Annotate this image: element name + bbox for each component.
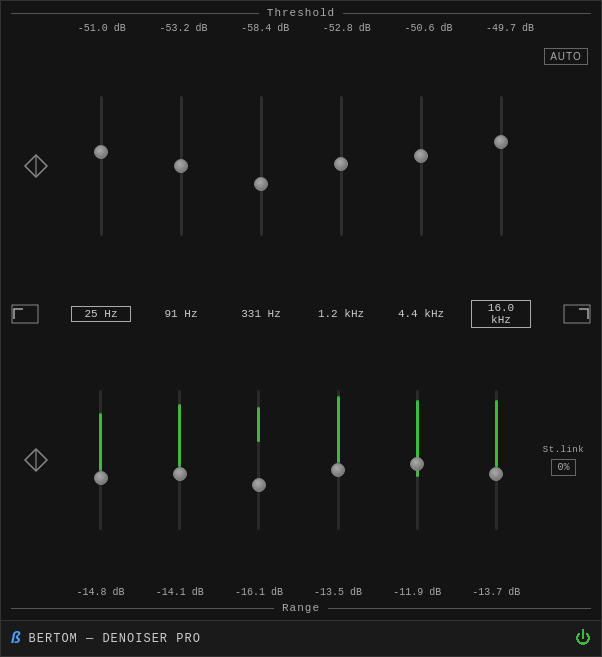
- range-label: Range: [274, 602, 328, 614]
- threshold-label: Threshold: [259, 7, 343, 19]
- auto-button[interactable]: AUTO: [544, 48, 588, 65]
- threshold-db-5: -49.7 dB: [480, 23, 540, 34]
- range-section: St.link 0% -14.8 dB -14.1 dB -16.1 dB -1…: [11, 334, 591, 621]
- stlink-value[interactable]: 0%: [551, 459, 575, 476]
- range-slider-2[interactable]: [249, 390, 269, 530]
- threshold-slider-3[interactable]: [331, 96, 351, 236]
- freq-left-spacer: [11, 304, 61, 324]
- highpass-filter-icon[interactable]: [11, 304, 39, 324]
- threshold-slider-2[interactable]: [251, 96, 271, 236]
- freq-label-0[interactable]: 25 Hz: [71, 306, 131, 322]
- plugin-container: Threshold -51.0 dB -53.2 dB -58.4 dB -52…: [0, 0, 602, 657]
- threshold-left-icon-col: [11, 38, 61, 294]
- threshold-slider-0[interactable]: [91, 96, 111, 236]
- threshold-db-2: -58.4 dB: [235, 23, 295, 34]
- freq-label-5[interactable]: 16.0 kHz: [471, 300, 531, 328]
- frequency-row: 25 Hz 91 Hz 331 Hz 1.2 kHz 4.4 kHz 16.0 …: [11, 294, 591, 334]
- lowpass-filter-icon[interactable]: [563, 304, 591, 324]
- threshold-db-row: -51.0 dB -53.2 dB -58.4 dB -52.8 dB -50.…: [11, 23, 591, 34]
- threshold-db-0: -51.0 dB: [72, 23, 132, 34]
- threshold-diamond-icon: [22, 152, 50, 180]
- brand-name: BERTOM — DENOISER PRO: [29, 632, 201, 646]
- range-line-right: [328, 608, 591, 609]
- range-db-1: -14.1 dB: [150, 587, 210, 598]
- threshold-slider-5[interactable]: [491, 96, 511, 236]
- range-db-2: -16.1 dB: [229, 587, 289, 598]
- range-db-4: -11.9 dB: [387, 587, 447, 598]
- range-slider-3[interactable]: [328, 390, 348, 530]
- range-left-icon-col: [11, 334, 61, 588]
- threshold-db-1: -53.2 dB: [153, 23, 213, 34]
- range-db-5: -13.7 dB: [466, 587, 526, 598]
- freq-label-4[interactable]: 4.4 kHz: [391, 308, 451, 320]
- range-db-row: -14.8 dB -14.1 dB -16.1 dB -13.5 dB -11.…: [11, 587, 591, 598]
- brand-icon: ß: [11, 630, 21, 648]
- freq-right-spacer: [541, 304, 591, 324]
- threshold-section: Threshold -51.0 dB -53.2 dB -58.4 dB -52…: [11, 1, 591, 294]
- freq-label-2[interactable]: 331 Hz: [231, 308, 291, 320]
- range-slider-0[interactable]: [91, 390, 111, 530]
- range-diamond-icon: [22, 446, 50, 474]
- stlink-label: St.link: [543, 445, 584, 455]
- range-slider-5[interactable]: [486, 390, 506, 530]
- threshold-slider-4[interactable]: [411, 96, 431, 236]
- range-db-0: -14.8 dB: [71, 587, 131, 598]
- threshold-line-right: [343, 13, 591, 14]
- threshold-sliders-row: AUTO: [11, 38, 591, 294]
- freq-label-1[interactable]: 91 Hz: [151, 308, 211, 320]
- svg-rect-2: [12, 305, 38, 323]
- bottom-bar: ß BERTOM — DENOISER PRO ⏻: [1, 620, 601, 656]
- range-slider-1[interactable]: [170, 390, 190, 530]
- threshold-right-icon-col: AUTO: [541, 38, 591, 294]
- range-slider-4[interactable]: [407, 390, 427, 530]
- freq-label-3[interactable]: 1.2 kHz: [311, 308, 371, 320]
- threshold-label-row: Threshold: [11, 7, 591, 19]
- freq-area: 25 Hz 91 Hz 331 Hz 1.2 kHz 4.4 kHz 16.0 …: [61, 300, 541, 328]
- range-db-3: -13.5 dB: [308, 587, 368, 598]
- svg-rect-3: [564, 305, 590, 323]
- stlink-col: St.link 0%: [536, 334, 591, 588]
- range-line-left: [11, 608, 274, 609]
- threshold-db-3: -52.8 dB: [317, 23, 377, 34]
- threshold-db-4: -50.6 dB: [398, 23, 458, 34]
- threshold-line-left: [11, 13, 259, 14]
- threshold-slider-1[interactable]: [171, 96, 191, 236]
- range-label-row: Range: [11, 602, 591, 614]
- range-sliders-row: St.link 0%: [11, 334, 591, 588]
- power-icon[interactable]: ⏻: [575, 629, 591, 648]
- range-sliders-area: [61, 334, 536, 588]
- main-area: Threshold -51.0 dB -53.2 dB -58.4 dB -52…: [1, 1, 601, 620]
- threshold-sliders-area: [61, 38, 541, 294]
